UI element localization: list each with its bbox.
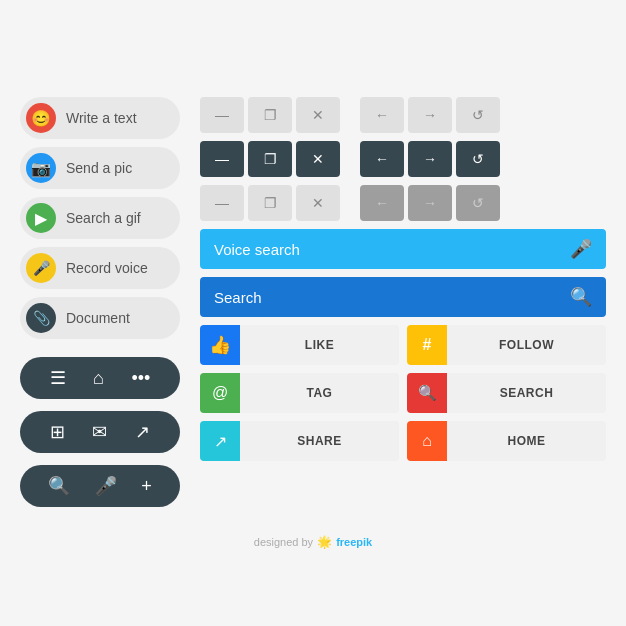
voice-search-bar[interactable]: Voice search 🎤: [200, 229, 606, 269]
home-icon: ⌂: [93, 368, 104, 389]
more-icon: •••: [131, 368, 150, 389]
forward-btn-dark[interactable]: →: [408, 141, 452, 177]
menu-icon: ☰: [50, 367, 66, 389]
search-social-label: SEARCH: [447, 373, 606, 413]
write-text-label: Write a text: [66, 110, 137, 126]
social-row-2: @ TAG 🔍 SEARCH: [200, 373, 606, 413]
minimize-btn-light[interactable]: —: [200, 97, 244, 133]
document-label: Document: [66, 310, 130, 326]
forward-btn-light[interactable]: →: [408, 97, 452, 133]
nav-bar-2[interactable]: ⊞ ✉ ↗: [20, 411, 180, 453]
search-bar[interactable]: Search 🔍: [200, 277, 606, 317]
emoji-icon: 😊: [26, 103, 56, 133]
footer-text: designed by: [254, 536, 313, 548]
mic-icon-2: 🎤: [95, 475, 117, 497]
voice-search-label: Voice search: [214, 241, 300, 258]
search-social-icon: 🔍: [407, 373, 447, 413]
minimize-btn-mid[interactable]: —: [200, 185, 244, 221]
at-icon: @: [200, 373, 240, 413]
back-btn-light[interactable]: ←: [360, 97, 404, 133]
write-text-button[interactable]: 😊 Write a text: [20, 97, 180, 139]
like-button[interactable]: 👍 LIKE: [200, 325, 399, 365]
browser-row-light: — ❐ ✕ ← → ↺: [200, 97, 606, 133]
social-row-1: 👍 LIKE # FOLLOW: [200, 325, 606, 365]
home-label: HOME: [447, 421, 606, 461]
document-button[interactable]: 📎 Document: [20, 297, 180, 339]
hashtag-icon: #: [407, 325, 447, 365]
paperclip-icon: 📎: [26, 303, 56, 333]
nav-bar-1[interactable]: ☰ ⌂ •••: [20, 357, 180, 399]
play-icon: ▶: [26, 203, 56, 233]
minimize-btn-dark[interactable]: —: [200, 141, 244, 177]
send-pic-label: Send a pic: [66, 160, 132, 176]
refresh-btn-mid[interactable]: ↺: [456, 185, 500, 221]
share-arrow-icon: ↗: [200, 421, 240, 461]
search-gif-button[interactable]: ▶ Search a gif: [20, 197, 180, 239]
camera-icon: 📷: [26, 153, 56, 183]
freepik-logo: 🌟: [317, 535, 332, 549]
plus-icon: +: [141, 476, 152, 497]
footer: designed by 🌟 freepik: [254, 535, 372, 549]
record-voice-label: Record voice: [66, 260, 148, 276]
tag-label: TAG: [240, 373, 399, 413]
browser-row-mid: — ❐ ✕ ← → ↺: [200, 185, 606, 221]
mail-icon: ✉: [92, 421, 107, 443]
back-btn-dark[interactable]: ←: [360, 141, 404, 177]
voice-search-icon: 🎤: [570, 238, 592, 260]
follow-button[interactable]: # FOLLOW: [407, 325, 606, 365]
nav-bar-3[interactable]: 🔍 🎤 +: [20, 465, 180, 507]
footer-brand: freepik: [336, 536, 372, 548]
left-column: 😊 Write a text 📷 Send a pic ▶ Search a g…: [20, 97, 180, 507]
record-voice-button[interactable]: 🎤 Record voice: [20, 247, 180, 289]
back-btn-mid[interactable]: ←: [360, 185, 404, 221]
search-icon: 🔍: [48, 475, 70, 497]
search-gif-label: Search a gif: [66, 210, 141, 226]
follow-label: FOLLOW: [447, 325, 606, 365]
search-label: Search: [214, 289, 262, 306]
forward-btn-mid[interactable]: →: [408, 185, 452, 221]
refresh-btn-light[interactable]: ↺: [456, 97, 500, 133]
close-btn-light[interactable]: ✕: [296, 97, 340, 133]
social-row-3: ↗ SHARE ⌂ HOME: [200, 421, 606, 461]
browser-row-dark: — ❐ ✕ ← → ↺: [200, 141, 606, 177]
copy-btn-light[interactable]: ❐: [248, 97, 292, 133]
tag-button[interactable]: @ TAG: [200, 373, 399, 413]
send-pic-button[interactable]: 📷 Send a pic: [20, 147, 180, 189]
thumbsup-icon: 👍: [200, 325, 240, 365]
grid-icon: ⊞: [50, 421, 65, 443]
share-button[interactable]: ↗ SHARE: [200, 421, 399, 461]
refresh-btn-dark[interactable]: ↺: [456, 141, 500, 177]
home-button[interactable]: ⌂ HOME: [407, 421, 606, 461]
close-btn-dark[interactable]: ✕: [296, 141, 340, 177]
mic-icon: 🎤: [26, 253, 56, 283]
copy-btn-dark[interactable]: ❐: [248, 141, 292, 177]
home-house-icon: ⌂: [407, 421, 447, 461]
close-btn-mid[interactable]: ✕: [296, 185, 340, 221]
search-magnifier-icon: 🔍: [570, 286, 592, 308]
like-label: LIKE: [240, 325, 399, 365]
copy-btn-mid[interactable]: ❐: [248, 185, 292, 221]
right-column: — ❐ ✕ ← → ↺ — ❐ ✕ ← → ↺ — ❐ ✕ ← → ↺: [200, 97, 606, 507]
share-icon: ↗: [135, 421, 150, 443]
search-social-button[interactable]: 🔍 SEARCH: [407, 373, 606, 413]
share-label: SHARE: [240, 421, 399, 461]
